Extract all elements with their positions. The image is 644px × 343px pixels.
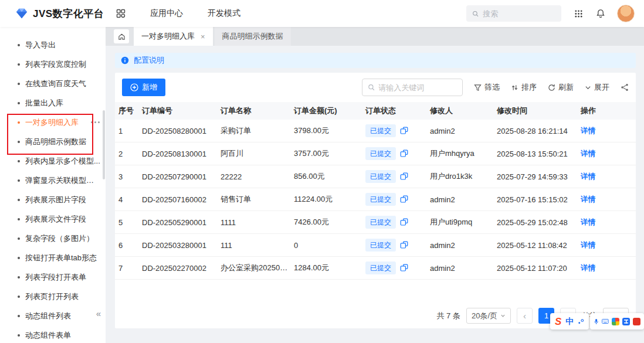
cell-time: 2025-05-29 15:02:48 (493, 218, 577, 227)
sidebar-item[interactable]: 列表展示文件字段 (0, 209, 106, 229)
flow-icon[interactable] (400, 264, 408, 272)
cell-status: 已提交 (362, 170, 426, 183)
workbench-grid-icon[interactable] (116, 9, 126, 18)
sidebar-item[interactable]: 动态组件列表 (0, 306, 106, 325)
nav-app-center[interactable]: 应用中心 (150, 8, 183, 19)
cell-index: 5 (115, 218, 138, 227)
sidebar-item-label: 按钮打开表单tab形态 (25, 253, 97, 263)
home-tab[interactable] (114, 29, 129, 43)
list-card: 新增 筛选 (115, 73, 636, 328)
page-size-select[interactable]: 20条/页 (466, 308, 511, 324)
cell-action: 详情 (577, 126, 636, 136)
more-icon[interactable] (90, 119, 101, 125)
bullet-icon (18, 218, 20, 220)
cell-order-no: DD-202507290001 (138, 172, 217, 181)
sort-label: 排序 (521, 82, 537, 93)
ime-toolbar: S 中 (550, 313, 589, 330)
mic-icon[interactable] (594, 318, 599, 325)
sidebar-item[interactable]: 列表内显示多个模型... (0, 151, 106, 171)
detail-link[interactable]: 详情 (581, 241, 595, 249)
sidebar-item[interactable]: 批量出入库 (0, 93, 106, 113)
add-button-label: 新增 (142, 82, 157, 93)
home-icon (118, 33, 126, 40)
sidebar-item[interactable]: 动态组件表单 (0, 325, 106, 343)
global-search-box[interactable] (466, 5, 561, 22)
flow-icon[interactable] (400, 150, 408, 158)
app-logo[interactable]: JVS数字化平台 (0, 7, 107, 21)
flow-icon[interactable] (400, 195, 408, 203)
cell-index: 4 (115, 195, 138, 204)
flow-icon[interactable] (400, 218, 408, 226)
puzzle-extension-icon[interactable] (612, 318, 619, 325)
nav-dev-mode[interactable]: 开发模式 (208, 8, 240, 19)
detail-link[interactable]: 详情 (581, 195, 595, 203)
column-header: 序号 (115, 106, 138, 116)
add-button[interactable]: 新增 (122, 79, 165, 96)
cell-modifier: 用户dro1k3k (426, 171, 493, 182)
cell-action: 详情 (577, 263, 636, 273)
plus-icon (130, 83, 138, 91)
flow-icon[interactable] (400, 241, 408, 249)
user-avatar[interactable] (617, 5, 635, 22)
column-header: 订单状态 (362, 106, 426, 116)
sidebar-item[interactable]: 在线查询百度天气 (0, 74, 106, 93)
tab-product-sample[interactable]: 商品明细示例数据 (215, 27, 291, 46)
sidebar-collapse-button[interactable]: « (94, 307, 103, 320)
sidebar-scrollbar[interactable] (103, 110, 105, 179)
detail-link[interactable]: 详情 (581, 264, 595, 272)
grid-app-icon[interactable] (622, 318, 630, 325)
sidebar-item[interactable]: 按钮打开表单tab形态 (0, 248, 106, 267)
detail-link[interactable]: 详情 (581, 150, 595, 158)
detail-link[interactable]: 详情 (581, 172, 595, 181)
caret-down-icon (500, 313, 506, 318)
sidebar-item[interactable]: 导入导出 (0, 35, 106, 55)
sidebar-item[interactable]: 列表展示图片字段 (0, 190, 106, 209)
share-icon[interactable] (621, 83, 629, 91)
table-row: 7DD-202502270002办公室采购202502271284.00元已提交… (115, 257, 636, 280)
refresh-button[interactable]: 刷新 (548, 82, 574, 93)
cell-index: 3 (115, 172, 138, 181)
keyword-search-box[interactable] (362, 79, 463, 96)
bullet-icon (18, 44, 20, 46)
sidebar-item[interactable]: 商品明细示例数据 (0, 132, 106, 151)
keyboard-icon[interactable] (602, 318, 609, 324)
notification-bell-icon[interactable] (596, 9, 605, 18)
cell-action: 详情 (577, 172, 636, 182)
sogou-icon[interactable]: S (555, 317, 561, 327)
cell-modifier: admin2 (426, 127, 493, 135)
sidebar-item[interactable]: 列表页打开列表 (0, 287, 106, 306)
status-badge: 已提交 (365, 193, 396, 206)
chinese-mode-icon[interactable]: 中 (565, 317, 574, 325)
sidebar-item[interactable]: 复杂字段（多图片） (0, 229, 106, 248)
cell-time: 2025-07-16 15:15:02 (493, 195, 577, 204)
apps-grid-icon[interactable] (574, 9, 583, 18)
column-header: 订单名称 (217, 106, 290, 116)
sidebar-item-label: 导入导出 (25, 40, 56, 50)
red-app-icon[interactable] (633, 318, 640, 325)
filter-button[interactable]: 筛选 (474, 82, 500, 93)
expand-button[interactable]: 展开 (585, 82, 609, 93)
sort-button[interactable]: 排序 (511, 82, 537, 93)
expand-label: 展开 (594, 82, 609, 93)
detail-link[interactable]: 详情 (581, 218, 595, 226)
punctuation-icon[interactable] (578, 318, 584, 325)
sidebar-item-label: 列表内显示多个模型... (25, 156, 100, 167)
global-search-input[interactable] (483, 9, 555, 18)
flow-icon[interactable] (400, 172, 408, 181)
tab-detail-inbound[interactable]: 一对多明细入库 × (134, 27, 213, 46)
config-notice[interactable]: 配置说明 (115, 53, 636, 68)
cell-status: 已提交 (362, 239, 426, 252)
tab-label: 一对多明细入库 (141, 31, 195, 42)
detail-link[interactable]: 详情 (581, 127, 595, 135)
flow-icon[interactable] (400, 127, 408, 135)
status-badge: 已提交 (365, 262, 396, 274)
sidebar-item[interactable]: 列表字段打开表单 (0, 267, 106, 287)
close-icon[interactable]: × (201, 33, 205, 40)
sidebar-item[interactable]: 一对多明细入库 (0, 113, 106, 132)
prev-page-button[interactable]: ‹ (517, 308, 533, 324)
keyword-search-input[interactable] (378, 83, 457, 92)
bullet-icon (18, 83, 20, 85)
cell-time: 2025-08-28 16:21:14 (493, 127, 577, 135)
sidebar-item[interactable]: 列表字段宽度控制 (0, 55, 106, 74)
sidebar-item[interactable]: 弹窗显示关联模型数据 (0, 171, 106, 190)
